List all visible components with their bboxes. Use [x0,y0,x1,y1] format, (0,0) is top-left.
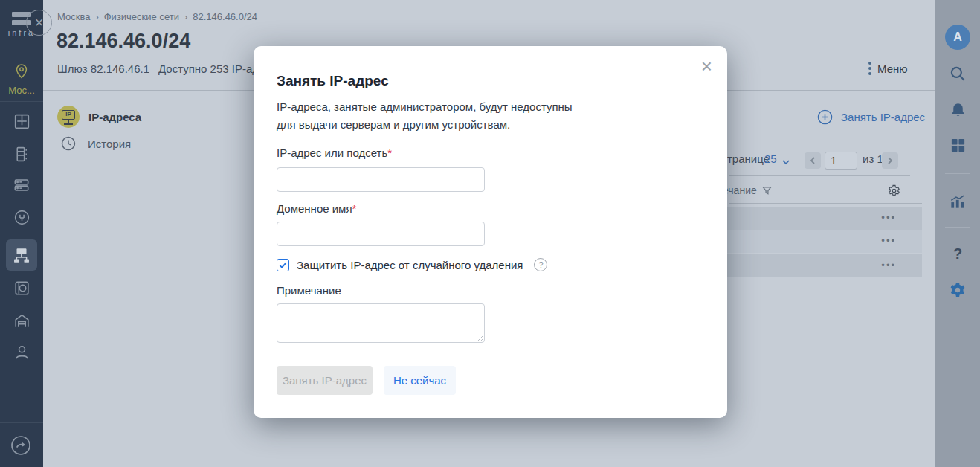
table-row[interactable]: ••• [727,254,922,277]
breadcrumb: Москва›Физические сети›82.146.46.0/24 [57,11,257,22]
sidebar-item-users[interactable] [6,336,37,367]
user-icon [13,343,31,361]
help-icon: ? [953,245,962,263]
protect-ip-checkbox[interactable] [277,259,289,271]
sidebar-divider [0,422,43,423]
sidebar-item-power[interactable] [6,202,37,233]
apps-button[interactable] [935,137,980,154]
sidebar-item-floor-plan[interactable] [6,106,37,137]
required-asterisk: * [352,202,357,215]
sidebar-item-network[interactable] [6,239,37,271]
network-icon [12,245,31,265]
tab-ip-addresses[interactable]: IP IP-адреса [57,106,141,128]
chevron-down-icon[interactable] [781,157,791,167]
help-tooltip-icon[interactable]: ? [534,258,547,271]
right-sidebar-divider [945,227,970,228]
right-sidebar-divider [945,173,970,174]
app-root: infra Мос... [0,0,980,467]
filter-funnel-icon[interactable] [762,186,772,196]
ip-address-input[interactable] [277,167,485,192]
take-ip-modal: × Занять IP-адрес IP-адреса, занятые адм… [254,46,727,418]
note-field-label: Примечание [277,284,341,297]
tab-history-label: История [88,138,131,150]
chevron-left-icon [808,156,817,165]
page-menu-button[interactable]: Меню [868,62,908,75]
notifications-button[interactable] [935,101,980,120]
modal-description-line1: IP-адреса, занятые администратором, буду… [277,100,573,113]
column-header-note-label: ечание [723,184,757,196]
breadcrumb-item-networks[interactable]: Физические сети [104,11,179,22]
menu-label: Меню [877,62,908,75]
help-button[interactable]: ? [935,245,980,263]
ip-field-label: IP-адрес или подсеть* [277,146,392,159]
bell-icon [949,101,967,120]
settings-gear-icon [949,281,967,299]
checkmark-icon [279,261,287,269]
sidebar-divider [0,101,43,102]
expand-sidebar-button[interactable] [9,434,33,460]
table-row[interactable]: ••• [727,230,922,253]
collapse-sidebar-button[interactable]: × [26,10,52,36]
settings-button[interactable] [935,281,980,299]
modal-title: Занять IP-адрес [277,73,389,89]
row-actions-button[interactable]: ••• [881,260,896,271]
page-title: 82.146.46.0/24 [57,30,190,53]
page-of-label: из 1 [863,152,883,165]
storage-icon [13,279,31,297]
rack-icon [13,145,31,164]
gear-icon [888,184,900,197]
floor-plan-icon [13,112,31,131]
modal-close-button[interactable]: × [701,55,712,78]
prev-page-button[interactable] [805,152,821,169]
sidebar-item-racks[interactable] [6,138,37,170]
right-sidebar: A ? [935,0,980,467]
breadcrumb-item-city[interactable]: Москва [57,11,90,22]
page-number-input[interactable] [825,152,857,170]
table-row[interactable]: ••• [727,207,922,230]
row-actions-button[interactable]: ••• [881,236,896,246]
servers-icon [12,175,31,195]
required-asterisk: * [387,146,392,159]
protect-ip-checkbox-row[interactable]: Защитить IP-адрес от случайного удаления… [277,258,547,271]
search-button[interactable] [935,64,980,83]
avatar: A [945,25,970,50]
expand-arrow-icon [9,434,33,457]
kebab-icon [868,62,871,75]
location-pin-icon [13,62,30,80]
ip-addresses-icon: IP [57,106,80,128]
sidebar-item-location[interactable]: Мос... [0,62,43,96]
domain-field-label: Доменное имя* [277,202,356,215]
plus-circle-icon [816,109,834,126]
sidebar-item-storage[interactable] [6,272,37,303]
account-avatar[interactable]: A [935,25,980,50]
modal-description-line2: для выдачи серверам и другим устройствам… [277,118,510,131]
page-size-select[interactable]: 25 [764,152,777,165]
row-actions-button[interactable]: ••• [881,213,896,223]
search-icon [948,64,967,83]
location-label: Мос... [0,85,43,96]
tab-history[interactable]: История [59,135,131,152]
chevron-right-icon [886,156,894,165]
sidebar-item-servers[interactable] [6,170,37,201]
next-page-button[interactable] [882,152,898,169]
domain-name-input[interactable] [277,222,485,246]
gateway-info: Шлюз 82.146.46.1 [57,62,149,75]
warehouse-icon [13,312,31,330]
stats-button[interactable] [935,192,980,211]
cancel-button[interactable]: Не сейчас [384,366,456,395]
breadcrumb-separator: › [184,11,187,22]
submit-take-ip-button[interactable]: Занять IP-адрес [277,366,373,395]
toolbar-divider [729,175,910,176]
table-settings-button[interactable] [888,184,900,200]
sidebar-item-warehouse[interactable] [6,305,37,336]
apps-grid-icon [950,137,967,154]
breadcrumb-separator: › [95,11,98,22]
note-textarea[interactable] [277,303,485,343]
column-header-note[interactable]: ечание [723,184,772,196]
stats-chart-icon [948,192,967,211]
breadcrumb-item-current: 82.146.46.0/24 [193,11,257,22]
take-ip-address-link[interactable]: Занять IP-адрес [816,109,925,126]
history-clock-icon [59,135,77,152]
available-ips-info: Доступно 253 IP-ад [158,62,259,75]
tab-ip-addresses-label: IP-адреса [88,111,141,123]
